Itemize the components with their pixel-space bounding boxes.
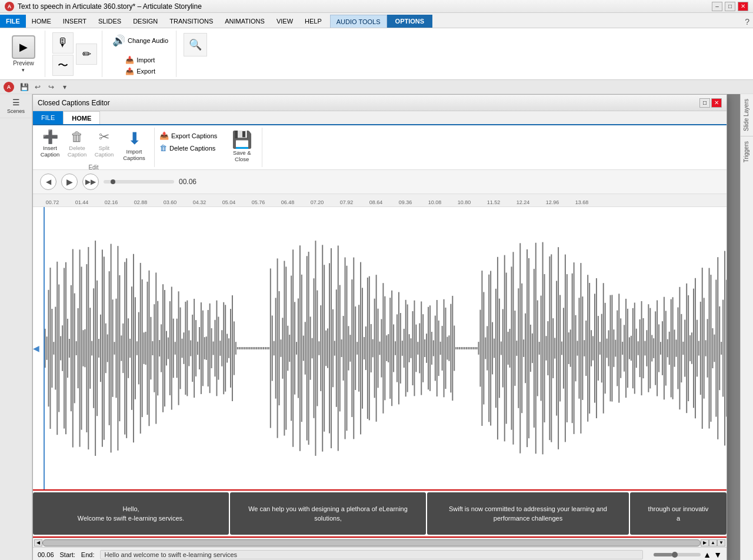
svg-rect-172 — [343, 316, 344, 381]
svg-rect-260 — [495, 289, 497, 408]
status-time: 00.06 — [38, 551, 54, 558]
caption-text-field[interactable]: Hello and welcome to swift e-learning se… — [100, 550, 643, 559]
close-button[interactable]: ✕ — [738, 2, 748, 11]
scroll-left-button[interactable]: ◀ — [34, 539, 42, 546]
svg-rect-223 — [431, 332, 432, 365]
export-button[interactable]: 📤 Export — [123, 66, 158, 76]
sidebar-item-scenes[interactable]: ☰ Scenes — [0, 94, 32, 118]
svg-rect-312 — [585, 321, 587, 376]
zoom-slider[interactable] — [654, 553, 701, 556]
svg-rect-364 — [676, 339, 677, 356]
svg-rect-69 — [164, 290, 165, 406]
rewind-button[interactable]: ◀ — [40, 174, 56, 190]
zoom-increase-button[interactable]: ▲ — [703, 550, 711, 559]
captions-row: Hello,Welcome to swift e-learning servic… — [33, 489, 727, 538]
svg-rect-326 — [610, 295, 611, 402]
playhead-bar[interactable] — [104, 180, 174, 184]
caption-block-1[interactable]: We can help you with designing a plethor… — [230, 492, 426, 535]
svg-rect-217 — [421, 301, 422, 395]
svg-rect-299 — [563, 308, 564, 388]
svg-rect-119 — [251, 347, 252, 349]
qat-redo-button[interactable]: ↪ — [45, 82, 57, 92]
svg-rect-329 — [615, 340, 616, 357]
tab-slides[interactable]: SLIDES — [92, 15, 127, 28]
tab-design[interactable]: DESIGN — [127, 15, 164, 28]
delete-captions-button[interactable]: 🗑 Delete Captions — [157, 142, 219, 154]
svg-rect-229 — [442, 326, 443, 371]
tab-file[interactable]: FILE — [0, 15, 26, 28]
svg-rect-327 — [611, 295, 612, 401]
svg-rect-191 — [376, 275, 377, 422]
svg-rect-178 — [353, 258, 354, 439]
svg-rect-368 — [682, 342, 684, 355]
help-icon[interactable]: ? — [741, 16, 753, 28]
caption-block-2[interactable]: Swift is now committed to addressing you… — [427, 492, 629, 535]
waveform-display[interactable]: ◀ // Will generate bars via JS below — [33, 207, 727, 489]
preview-button[interactable]: ▶ Preview▾ — [7, 35, 40, 73]
tab-help[interactable]: HELP — [299, 15, 328, 28]
import-captions-button[interactable]: ⬇ Import Captions — [119, 129, 149, 163]
split-caption-button[interactable]: ✂ Split Caption — [92, 129, 116, 159]
svg-rect-302 — [568, 332, 569, 364]
svg-rect-219 — [424, 339, 425, 357]
triggers-label[interactable]: Triggers — [741, 136, 753, 167]
svg-rect-293 — [552, 318, 554, 378]
zoom-in-button[interactable]: ▲ — [709, 539, 717, 546]
zoom-out-button[interactable]: ▼ — [717, 539, 725, 546]
qat-undo-button[interactable]: ↩ — [32, 82, 44, 92]
svg-rect-209 — [407, 304, 408, 392]
svg-rect-282 — [534, 269, 535, 428]
svg-rect-116 — [246, 347, 247, 349]
search-button[interactable]: 🔍 — [184, 33, 207, 56]
minimize-button[interactable]: – — [712, 2, 722, 11]
zoom-decrease-button[interactable]: ▼ — [714, 550, 722, 559]
tab-options[interactable]: OPTIONS — [387, 15, 433, 28]
tab-transitions[interactable]: TRANSITIONS — [164, 15, 219, 28]
scrollbar-thumb[interactable] — [42, 539, 701, 546]
svg-rect-345 — [643, 318, 644, 378]
insert-caption-button[interactable]: ➕ Insert Caption — [38, 129, 62, 159]
tab-animations[interactable]: ANIMATIONS — [219, 15, 271, 28]
svg-rect-130 — [270, 268, 271, 428]
svg-rect-151 — [306, 256, 308, 440]
svg-rect-16 — [72, 249, 74, 447]
tab-view[interactable]: VIEW — [271, 15, 299, 28]
svg-rect-228 — [440, 342, 441, 355]
svg-rect-88 — [197, 342, 198, 355]
svg-rect-171 — [341, 339, 342, 357]
modal-tab-file[interactable]: FILE — [33, 111, 63, 124]
delete-caption-button[interactable]: 🗑 Delete Caption — [65, 129, 89, 159]
export-captions-button[interactable]: 📤 Export Captions — [157, 130, 219, 141]
save-close-button[interactable]: 💾 Save & Close — [226, 130, 257, 164]
svg-rect-245 — [469, 347, 471, 349]
svg-rect-8 — [58, 285, 59, 412]
change-audio-button[interactable]: 🔊 Change Audio — [109, 31, 171, 50]
zoom-thumb[interactable] — [672, 552, 678, 558]
forward-button[interactable]: ▶▶ — [82, 174, 99, 190]
qat-save-button[interactable]: 💾 — [18, 82, 30, 92]
closed-captions-editor-modal: Closed Captions Editor □ ✕ FILE HOME ➕ — [32, 94, 727, 560]
scroll-right-button[interactable]: ▶ — [701, 539, 709, 546]
pencil-button[interactable]: ✏ — [76, 44, 97, 65]
modal-close-button[interactable]: ✕ — [711, 98, 722, 108]
import-button[interactable]: 📥 Import — [123, 55, 158, 65]
svg-rect-224 — [433, 340, 434, 356]
tab-home[interactable]: HOME — [26, 15, 57, 28]
slide-layers-label[interactable]: Slide Layers — [741, 94, 753, 136]
svg-rect-381 — [705, 340, 707, 356]
record-button[interactable]: 🎙 — [52, 32, 74, 54]
horizontal-scrollbar[interactable]: ◀ ▶ ▲ ▼ — [33, 538, 727, 547]
svg-rect-313 — [587, 275, 588, 422]
play-button[interactable]: ▶ — [61, 174, 78, 190]
modal-restore-button[interactable]: □ — [699, 98, 710, 108]
qat-more-button[interactable]: ▾ — [59, 82, 71, 92]
caption-block-0[interactable]: Hello,Welcome to swift e-learning servic… — [33, 492, 229, 535]
caption-block-3[interactable]: through our innovativa — [630, 492, 727, 535]
window-controls: – □ ✕ — [712, 2, 748, 11]
modal-tab-home[interactable]: HOME — [63, 111, 100, 124]
tab-audio-tools[interactable]: AUDIO TOOLS — [330, 15, 387, 28]
main-ribbon: ▶ Preview▾ 🎙 〜 ✏ 🔊 Change Audio 📥 Import… — [0, 28, 753, 80]
audio-wave-button[interactable]: 〜 — [52, 55, 74, 76]
tab-insert[interactable]: INSERT — [57, 15, 92, 28]
maximize-button[interactable]: □ — [725, 2, 735, 11]
